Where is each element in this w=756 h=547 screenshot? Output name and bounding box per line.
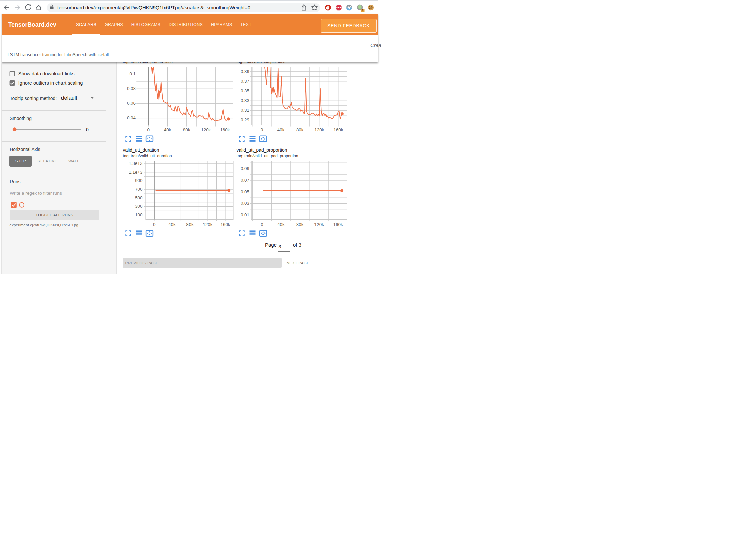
svg-text:80k: 80k [296,222,304,227]
svg-text:0: 0 [261,222,263,227]
svg-text:160k: 160k [333,127,343,132]
svg-text:40k: 40k [277,222,285,227]
svg-text:1: 1 [362,9,363,12]
svg-text:ABP: ABP [336,6,341,9]
svg-text:valid_utt_duration: valid_utt_duration [123,148,159,153]
svg-text:900: 900 [135,178,142,183]
svg-text:0.37: 0.37 [241,79,249,84]
svg-text:1.1e+3: 1.1e+3 [129,170,142,175]
svg-text:0.31: 0.31 [241,108,249,113]
svg-text:0.1: 0.1 [129,71,136,76]
svg-text:0.03: 0.03 [241,201,249,206]
svg-text:0.07: 0.07 [241,178,249,183]
svg-text:0.08: 0.08 [127,86,136,91]
svg-text:0.05: 0.05 [241,189,249,194]
svg-text:tag: train/valid_utt_duration: tag: train/valid_utt_duration [123,154,172,158]
svg-text:0.39: 0.39 [241,69,249,74]
svg-text:80k: 80k [186,222,194,227]
svg-text:0: 0 [153,222,155,227]
svg-text:0.35: 0.35 [241,88,249,93]
svg-text:tag: train/valid_utt_pad_propo: tag: train/valid_utt_pad_proportion [237,154,298,158]
svg-text:0.29: 0.29 [241,117,249,122]
svg-text:0: 0 [261,127,263,132]
svg-text:120k: 120k [201,127,211,132]
svg-text:120k: 120k [314,127,324,132]
svg-text:valid_utt_pad_proportion: valid_utt_pad_proportion [237,148,287,153]
svg-text:100: 100 [135,212,142,217]
svg-text:300: 300 [135,204,142,209]
svg-text:0: 0 [147,127,150,132]
svg-text:1.3e+3: 1.3e+3 [129,161,142,166]
svg-text:40k: 40k [164,127,171,132]
svg-text:500: 500 [135,195,142,200]
svg-text:0.33: 0.33 [241,98,249,103]
svg-text:40k: 40k [277,127,285,132]
svg-text:120k: 120k [314,222,324,227]
svg-text:80k: 80k [296,127,304,132]
svg-text:80k: 80k [183,127,191,132]
svg-text:700: 700 [135,187,142,192]
svg-text:0.04: 0.04 [127,115,136,120]
svg-text:160k: 160k [220,127,230,132]
svg-text:0.06: 0.06 [127,101,136,106]
svg-text:0.01: 0.01 [241,212,249,217]
svg-text:160k: 160k [333,222,343,227]
svg-text:120k: 120k [203,222,212,227]
svg-text:40k: 40k [168,222,176,227]
svg-text:160k: 160k [220,222,230,227]
svg-text:0.09: 0.09 [241,166,249,171]
